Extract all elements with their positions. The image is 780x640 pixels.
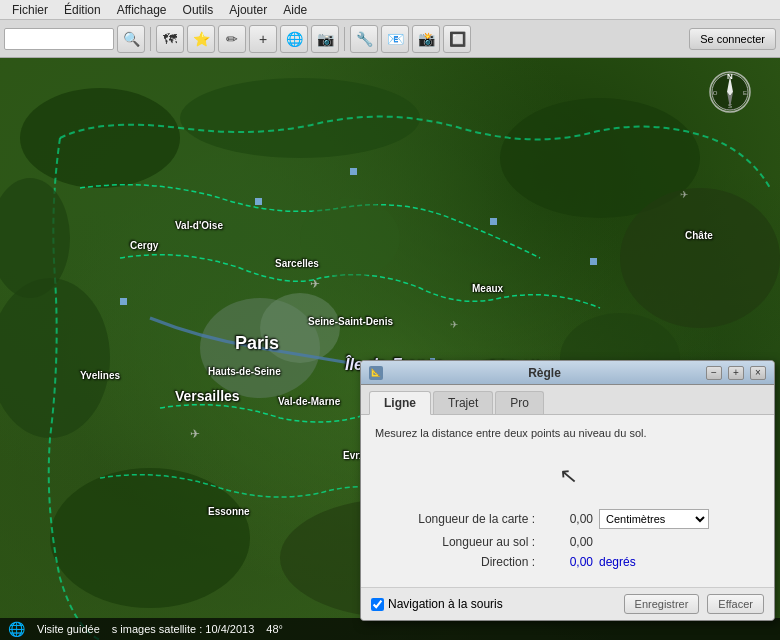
search-button[interactable]: 🔍 [117, 25, 145, 53]
edit-button[interactable]: ✏ [218, 25, 246, 53]
city-meaux: Meaux [472, 283, 503, 294]
menu-outils[interactable]: Outils [175, 1, 222, 19]
svg-text:E: E [743, 90, 747, 96]
dept-hds: Hauts-de-Seine [208, 366, 281, 377]
dialog-description: Mesurez la distance entre deux points au… [375, 427, 760, 439]
carte-value: 0,00 [543, 512, 593, 526]
toolbar: 🔍 🗺 ⭐ ✏ + 🌐 📷 🔧 📧 📸 🔲 Se connecter [0, 20, 780, 58]
statusbar: 🌐 Visite guidée s images satellite : 10/… [0, 618, 780, 640]
nav-label: Navigation à la souris [388, 597, 503, 611]
svg-rect-15 [350, 168, 357, 175]
tab-ligne[interactable]: Ligne [369, 391, 431, 415]
dept-vdm: Val-de-Marne [278, 396, 340, 407]
dept-ssd: Seine-Saint-Denis [308, 316, 393, 327]
svg-point-8 [200, 298, 320, 398]
star-button[interactable]: ⭐ [187, 25, 215, 53]
svg-marker-32 [727, 92, 733, 108]
svg-rect-17 [590, 258, 597, 265]
menu-edition[interactable]: Édition [56, 1, 109, 19]
direction-label: Direction : [375, 555, 535, 569]
city-sarcelles: Sarcelles [275, 258, 319, 269]
save-button[interactable]: Enregistrer [624, 594, 700, 614]
dialog-icon: 📐 [369, 366, 383, 380]
svg-point-25 [710, 72, 750, 112]
cursor-area: ↖ [375, 451, 760, 501]
connect-button[interactable]: Se connecter [689, 28, 776, 50]
regle-dialog: 📐 Règle − + × Ligne Trajet Pro Mesurez l… [360, 360, 775, 621]
dialog-title: Règle [389, 366, 700, 380]
unit-select[interactable]: Centimètres Mètres Kilomètres Miles Pied… [599, 509, 709, 529]
city-chate: Châte [685, 230, 713, 241]
svg-point-24 [300, 198, 400, 278]
menu-ajouter[interactable]: Ajouter [221, 1, 275, 19]
dialog-tabs: Ligne Trajet Pro [361, 385, 774, 415]
svg-text:✈: ✈ [190, 427, 200, 441]
svg-text:N: N [727, 72, 733, 81]
globe-button[interactable]: 🌐 [280, 25, 308, 53]
direction-row: Direction : 0,00 degrés [375, 555, 760, 569]
svg-rect-14 [255, 198, 262, 205]
svg-text:✈: ✈ [680, 189, 688, 200]
svg-point-23 [0, 178, 70, 298]
svg-point-4 [0, 278, 110, 438]
menu-fichier[interactable]: Fichier [4, 1, 56, 19]
tab-trajet[interactable]: Trajet [433, 391, 493, 414]
clear-button[interactable]: Effacer [707, 594, 764, 614]
menubar: Fichier Édition Affichage Outils Ajouter… [0, 0, 780, 20]
svg-point-3 [620, 188, 780, 328]
sol-row: Longueur au sol : 0,00 [375, 535, 760, 549]
carte-row: Longueur de la carte : 0,00 Centimètres … [375, 509, 760, 529]
minimize-button[interactable]: − [706, 366, 722, 380]
dialog-footer: Navigation à la souris Enregistrer Effac… [361, 587, 774, 620]
city-versailles: Versailles [175, 388, 240, 404]
svg-point-5 [50, 468, 250, 608]
svg-rect-16 [490, 218, 497, 225]
svg-text:✈: ✈ [310, 277, 320, 291]
sol-value: 0,00 [543, 535, 593, 549]
earth-icon: 🌐 [8, 621, 25, 637]
dialog-titlebar: 📐 Règle − + × [361, 361, 774, 385]
cursor-icon: ↖ [557, 462, 577, 489]
search-input[interactable] [4, 28, 114, 50]
close-button[interactable]: × [750, 366, 766, 380]
compass: N S E O [708, 70, 752, 114]
email-button[interactable]: 📧 [381, 25, 409, 53]
nav-checkbox[interactable] [371, 598, 384, 611]
add-button[interactable]: + [249, 25, 277, 53]
nav-checkbox-label[interactable]: Navigation à la souris [371, 597, 616, 611]
direction-value: 0,00 [543, 555, 593, 569]
dept-yvelines: Yvelines [80, 370, 120, 381]
svg-point-9 [260, 293, 340, 363]
sol-label: Longueur au sol : [375, 535, 535, 549]
svg-point-1 [180, 78, 420, 158]
separator-1 [150, 27, 151, 51]
svg-text:✈: ✈ [450, 319, 458, 330]
camera-button[interactable]: 📸 [412, 25, 440, 53]
svg-point-2 [500, 98, 700, 218]
carte-label: Longueur de la carte : [375, 512, 535, 526]
menu-aide[interactable]: Aide [275, 1, 315, 19]
menu-affichage[interactable]: Affichage [109, 1, 175, 19]
dialog-content: Mesurez la distance entre deux points au… [361, 415, 774, 587]
svg-text:S: S [728, 103, 732, 109]
separator-2 [344, 27, 345, 51]
coords: 48° [266, 623, 283, 635]
image-info: s images satellite : 10/4/2013 [112, 623, 254, 635]
city-paris: Paris [235, 333, 279, 354]
city-cergy: Cergy [130, 240, 158, 251]
photo-button[interactable]: 📷 [311, 25, 339, 53]
svg-point-26 [712, 74, 748, 110]
svg-text:O: O [713, 90, 718, 96]
direction-unit: degrés [599, 555, 636, 569]
tour-status[interactable]: Visite guidée [37, 623, 100, 635]
map-button[interactable]: 🗺 [156, 25, 184, 53]
city-valdoise: Val-d'Oise [175, 220, 223, 231]
tab-pro[interactable]: Pro [495, 391, 544, 414]
maximize-button[interactable]: + [728, 366, 744, 380]
svg-point-0 [20, 88, 180, 188]
city-essonne: Essonne [208, 506, 250, 517]
frame-button[interactable]: 🔲 [443, 25, 471, 53]
svg-marker-31 [727, 76, 733, 96]
svg-rect-18 [120, 298, 127, 305]
tool-button[interactable]: 🔧 [350, 25, 378, 53]
